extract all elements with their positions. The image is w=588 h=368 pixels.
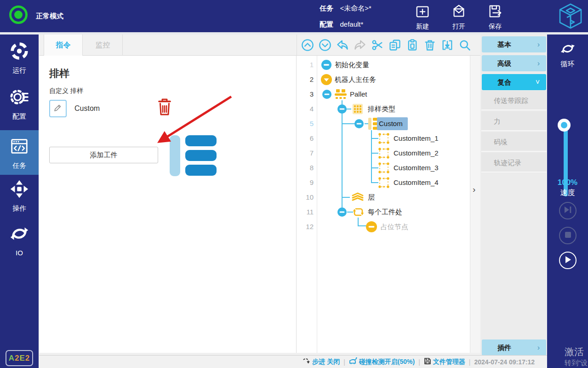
menu-item-conveyor-tracking[interactable]: 传送带跟踪 bbox=[481, 91, 547, 110]
rename-custom-button[interactable] bbox=[49, 100, 67, 117]
tree-row-custom-item[interactable]: CustomItem_4 bbox=[317, 175, 469, 190]
cut-icon[interactable] bbox=[371, 38, 384, 52]
step-mode-status[interactable]: 步进 关闭 bbox=[303, 357, 340, 367]
chevron-down-icon: ˅ bbox=[536, 74, 540, 90]
menu-group-plugin[interactable]: 插件› bbox=[482, 339, 546, 356]
group-label: 基本 bbox=[497, 40, 511, 48]
instruction-menu: 基本› 高级› 复合˅ 传送带跟踪 力 码垛 轨迹记录 插件› bbox=[480, 34, 547, 355]
copy-icon[interactable] bbox=[388, 38, 401, 52]
speed-slider-handle[interactable] bbox=[558, 119, 571, 132]
group-label: 插件 bbox=[497, 344, 511, 351]
save-file-icon bbox=[487, 13, 503, 21]
workpiece-slot-icon bbox=[378, 177, 390, 190]
pallet-icon bbox=[335, 89, 347, 102]
placeholder-node-icon bbox=[366, 221, 377, 234]
open-task-button[interactable]: 打开 bbox=[442, 4, 475, 31]
tree-row-custom-item[interactable]: CustomItem_3 bbox=[317, 161, 469, 175]
sidebar-item-run[interactable]: 运行 bbox=[0, 40, 39, 75]
task-label: 任务 bbox=[320, 4, 333, 12]
sidebar-item-io[interactable]: IO bbox=[0, 223, 39, 257]
menu-item-palletizing[interactable]: 码垛 bbox=[481, 132, 547, 152]
collapse-node-icon[interactable] bbox=[337, 104, 347, 115]
loop-cycle-icon bbox=[559, 51, 576, 58]
tree-row-main-task[interactable]: 机器人主任务 bbox=[317, 72, 469, 87]
activation-watermark-line2: 转到"设 bbox=[565, 359, 588, 368]
save-task-button[interactable]: 保存 bbox=[479, 4, 512, 31]
robot-id-badge[interactable]: A2E2 bbox=[6, 350, 33, 366]
delete-icon[interactable] bbox=[423, 38, 436, 52]
delete-custom-button[interactable] bbox=[158, 98, 171, 118]
stop-button[interactable] bbox=[559, 227, 577, 244]
sidebar-item-task[interactable]: 任务 bbox=[0, 130, 39, 175]
collapse-node-icon[interactable] bbox=[354, 119, 364, 130]
sidebar-item-config[interactable]: 配置 bbox=[0, 86, 39, 121]
run-control-sidebar: 循环 100% 速度 激活 转到"设 bbox=[547, 34, 588, 368]
line-number: 9 bbox=[297, 175, 314, 190]
loop-mode-button[interactable] bbox=[559, 40, 576, 59]
tree-row-foreach-workpiece[interactable]: 每个工件处 bbox=[317, 205, 469, 219]
badge-letter: 2 bbox=[15, 354, 19, 362]
tree-row-custom-item[interactable]: CustomItem_2 bbox=[317, 146, 469, 161]
sidebar-item-operate[interactable]: 操作 bbox=[0, 178, 39, 213]
menu-item-trajectory-record[interactable]: 轨迹记录 bbox=[481, 153, 547, 172]
stop-icon bbox=[565, 231, 571, 240]
redo-icon[interactable] bbox=[353, 38, 366, 52]
collapse-up-icon[interactable] bbox=[301, 38, 314, 52]
collapse-node-icon[interactable] bbox=[322, 90, 331, 101]
tree-row-pallet[interactable]: Pallet bbox=[317, 87, 469, 102]
tree-row-pattern-type[interactable]: 排样类型 bbox=[317, 102, 469, 116]
collapse-node-icon[interactable] bbox=[337, 207, 347, 218]
tree-row-placeholder[interactable]: 占位节点 bbox=[317, 219, 469, 234]
chevron-right-icon: › bbox=[537, 36, 540, 52]
mode-label: 正常模式 bbox=[36, 12, 63, 21]
task-info: 任务 <未命名>* bbox=[320, 4, 371, 13]
menu-group-advanced[interactable]: 高级› bbox=[482, 55, 546, 71]
task-code-icon bbox=[9, 150, 30, 158]
line-number: 10 bbox=[297, 190, 314, 205]
menu-item-force[interactable]: 力 bbox=[481, 111, 547, 131]
paste-icon[interactable] bbox=[405, 38, 419, 52]
layers-icon bbox=[351, 192, 364, 205]
tab-instruction[interactable]: 指令 bbox=[44, 34, 83, 56]
tree-panel-expander[interactable]: › bbox=[470, 56, 480, 353]
menu-group-basic[interactable]: 基本› bbox=[482, 36, 546, 52]
line-number: 11 bbox=[297, 205, 314, 219]
expand-node-icon[interactable] bbox=[321, 74, 332, 87]
config-info: 配置 default* bbox=[320, 20, 363, 29]
add-workpiece-button[interactable]: 添加工件 bbox=[49, 147, 158, 163]
open-file-icon bbox=[451, 13, 467, 21]
group-label: 复合 bbox=[497, 78, 511, 86]
expand-down-icon[interactable] bbox=[318, 38, 331, 52]
program-tree: 1 2 3 4 5 6 7 8 9 10 11 12 bbox=[297, 56, 470, 353]
file-manager-button[interactable]: 文件管理器 bbox=[424, 357, 465, 367]
tree-row-custom-item[interactable]: CustomItem_1 bbox=[317, 131, 469, 146]
tree-row-init-vars[interactable]: 初始化变量 bbox=[317, 58, 469, 72]
workpiece-slot-icon bbox=[378, 162, 390, 176]
open-task-label: 打开 bbox=[442, 23, 475, 31]
tree-node-label: 占位节点 bbox=[381, 219, 408, 234]
tree-node-label: 初始化变量 bbox=[335, 58, 369, 72]
config-label: 配置 bbox=[320, 20, 333, 28]
pencil-icon bbox=[53, 103, 63, 114]
insert-node-icon[interactable] bbox=[440, 38, 454, 52]
line-number-column: 1 2 3 4 5 6 7 8 9 10 11 12 bbox=[297, 56, 317, 353]
step-forward-button[interactable] bbox=[559, 202, 577, 219]
workpiece-slot-icon bbox=[378, 147, 390, 161]
tree-node-label: 排样类型 bbox=[368, 102, 395, 116]
tree-row-custom[interactable]: Custom bbox=[317, 116, 469, 131]
tab-monitor[interactable]: 监控 bbox=[83, 34, 123, 56]
minus-node-icon[interactable] bbox=[321, 60, 331, 72]
search-icon[interactable] bbox=[458, 38, 471, 52]
collision-detect-status[interactable]: 碰撞检测开启(50%) bbox=[349, 357, 415, 367]
new-task-button[interactable]: 新建 bbox=[406, 4, 439, 31]
undo-icon[interactable] bbox=[336, 38, 349, 52]
line-number: 1 bbox=[297, 58, 314, 72]
menu-group-composite[interactable]: 复合˅ bbox=[482, 74, 546, 90]
loop-label: 循环 bbox=[547, 60, 588, 69]
tree-node-label: Pallet bbox=[350, 87, 367, 102]
tree-row-layer[interactable]: 层 bbox=[317, 190, 469, 205]
speed-label: 速度 bbox=[547, 188, 588, 198]
step-mode-label: 步进 关闭 bbox=[312, 358, 340, 366]
play-button[interactable] bbox=[559, 252, 577, 269]
tree-node-label: 层 bbox=[368, 190, 375, 205]
